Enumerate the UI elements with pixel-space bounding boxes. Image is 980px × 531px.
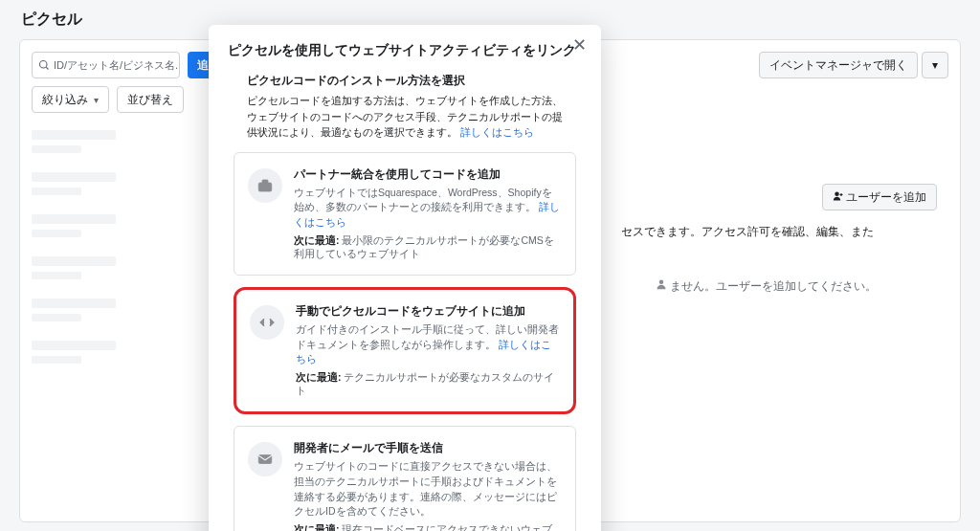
chevron-down-icon: ▾	[94, 95, 99, 105]
modal-intro-desc: ピクセルコードを追加する方法は、ウェブサイトを作成した方法、ウェブサイトのコード…	[247, 93, 563, 141]
option-title: パートナー統合を使用してコードを追加	[294, 166, 562, 183]
code-icon	[250, 305, 284, 340]
modal-intro-title: ピクセルコードのインストール方法を選択	[247, 73, 563, 89]
sort-dropdown[interactable]: 並び替え	[117, 86, 184, 113]
option-title: 開発者にメールで手順を送信	[294, 440, 562, 456]
option-best-for: 次に最適: 最小限のテクニカルサポートが必要なCMSを利用しているウェブサイト	[294, 234, 562, 261]
option-best-for: 次に最適: テクニカルサポートが必要なカスタムのサイト	[296, 371, 560, 398]
option-desc: ウェブサイトではSquarespace、WordPress、Shopifyを始め…	[294, 186, 562, 231]
svg-rect-4	[258, 183, 272, 191]
detail-pane: ユーザーを追加 セスできます。アクセス許可を確認、編集、また ません。ユーザーを…	[621, 184, 937, 295]
option-manual-install[interactable]: 手動でピクセルコードをウェブサイトに追加 ガイド付きのインストール手順に従って、…	[234, 287, 576, 414]
svg-point-0	[40, 61, 48, 69]
chevron-down-icon: ▾	[932, 58, 938, 72]
option-body: 開発者にメールで手順を送信 ウェブサイトのコードに直接アクセスできない場合は、担…	[294, 440, 562, 531]
svg-rect-5	[262, 180, 268, 183]
open-event-manager-caret[interactable]: ▾	[922, 52, 948, 78]
option-email-developer[interactable]: 開発者にメールで手順を送信 ウェブサイトのコードに直接アクセスできない場合は、担…	[234, 426, 576, 531]
option-body: パートナー統合を使用してコードを追加 ウェブサイトではSquarespace、W…	[294, 166, 562, 261]
svg-point-3	[659, 280, 664, 285]
install-pixel-modal: ✕ ピクセルを使用してウェブサイトアクティビティをリンク ピクセルコードのインス…	[209, 25, 601, 531]
modal-intro: ピクセルコードのインストール方法を選択 ピクセルコードを追加する方法は、ウェブサ…	[228, 73, 582, 141]
close-icon: ✕	[572, 34, 587, 55]
learn-more-link[interactable]: 詳しくはこちら	[460, 126, 534, 138]
search-input[interactable]: ID/アセット名/ビジネス名...	[32, 52, 180, 78]
close-button[interactable]: ✕	[567, 33, 591, 57]
svg-line-1	[46, 67, 48, 69]
option-best-for: 次に最適: 現在コードベースにアクセスできないウェブサイト	[294, 523, 562, 531]
option-title: 手動でピクセルコードをウェブサイトに追加	[296, 303, 560, 320]
option-desc: ガイド付きのインストール手順に従って、詳しい開発者ドキュメントを参照しながら操作…	[296, 322, 560, 367]
modal-title: ピクセルを使用してウェブサイトアクティビティをリンク	[228, 42, 582, 59]
option-body: 手動でピクセルコードをウェブサイトに追加 ガイド付きのインストール手順に従って、…	[296, 303, 560, 398]
svg-rect-6	[258, 455, 272, 464]
open-event-manager-button[interactable]: イベントマネージャで開く	[759, 52, 918, 78]
detail-empty-users: ません。ユーザーを追加してください。	[621, 278, 937, 295]
svg-point-2	[835, 191, 839, 196]
mail-icon	[248, 442, 282, 476]
option-desc: ウェブサイトのコードに直接アクセスできない場合は、担当のテクニカルサポートに手順…	[294, 459, 562, 520]
filter-dropdown[interactable]: 絞り込み ▾	[32, 86, 109, 113]
open-event-manager-group: イベントマネージャで開く ▾	[759, 52, 948, 78]
briefcase-icon	[248, 168, 282, 203]
search-placeholder: ID/アセット名/ビジネス名...	[54, 58, 180, 73]
user-icon	[656, 279, 670, 293]
detail-text-access: セスできます。アクセス許可を確認、編集、また	[621, 224, 937, 240]
install-options: パートナー統合を使用してコードを追加 ウェブサイトではSquarespace、W…	[228, 152, 582, 532]
add-user-button[interactable]: ユーザーを追加	[822, 184, 937, 210]
user-plus-icon	[833, 190, 844, 205]
option-partner-integration[interactable]: パートナー統合を使用してコードを追加 ウェブサイトではSquarespace、W…	[234, 152, 576, 276]
search-icon	[38, 59, 50, 71]
